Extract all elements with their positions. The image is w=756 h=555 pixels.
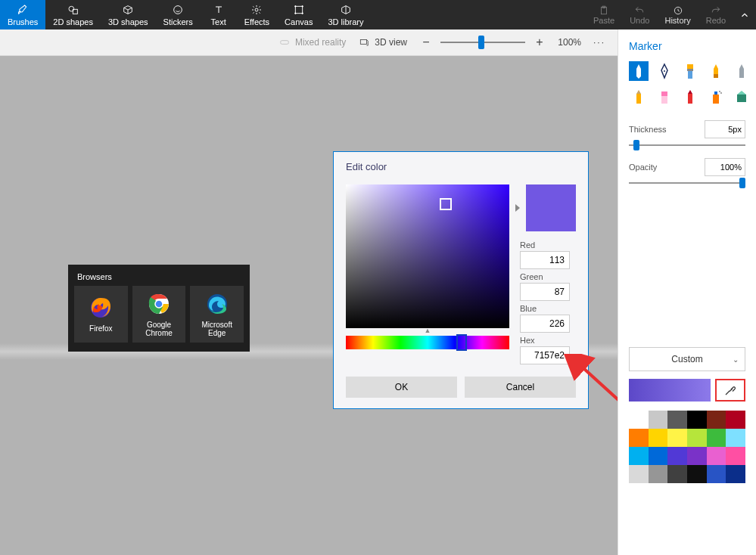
color-swatch[interactable] [649,447,668,465]
zoom-thumb[interactable] [478,36,484,49]
sv-cursor[interactable] [440,198,452,210]
app-firefox[interactable]: Firefox [74,286,128,343]
mixed-reality-button[interactable]: Mixed reality [278,37,346,48]
material-select[interactable]: Custom ⌄ [629,347,745,371]
tool-calligraphy-pen[interactable] [655,61,674,81]
tool-marker[interactable] [629,61,649,81]
thickness-label: Thickness [629,125,667,134]
panel-title: Marker [629,40,745,52]
tool-fill[interactable] [732,87,751,107]
tool-crayon[interactable] [680,87,700,107]
color-swatch[interactable] [726,411,745,429]
opacity-thumb[interactable] [739,178,745,188]
color-preview [526,184,576,231]
3d-view-button[interactable]: 3D view [358,37,407,48]
color-swatch[interactable] [687,447,707,465]
opacity-input[interactable] [705,158,745,176]
collapse-panel-button[interactable] [733,0,756,29]
svg-rect-22 [661,91,667,96]
history-button[interactable]: History [657,0,698,29]
color-swatch[interactable] [707,429,726,447]
tab-3d-shapes[interactable]: 3D shapes [101,0,156,29]
app-chrome[interactable]: Google Chrome [132,286,186,343]
ok-button[interactable]: OK [346,377,457,398]
app-edge[interactable]: Microsoft Edge [190,286,244,343]
zoom-slider[interactable] [440,42,525,43]
green-input[interactable] [520,283,570,301]
thickness-thumb[interactable] [633,140,639,150]
thickness-input[interactable] [705,120,745,138]
tool-pencil[interactable] [629,87,649,107]
hue-slider[interactable] [346,336,509,349]
color-swatch[interactable] [667,411,687,429]
paste-button[interactable]: Paste [586,0,622,29]
color-swatch[interactable] [667,447,687,465]
hex-input[interactable] [520,346,570,364]
tab-effects[interactable]: Effects [237,0,277,29]
undo-button[interactable]: Undo [622,0,657,29]
tool-pixel-pen[interactable] [732,61,751,81]
firefox-icon [89,296,113,320]
gray-palette [629,465,745,483]
tab-brushes[interactable]: Brushes [0,0,45,29]
svg-point-2 [174,5,182,14]
eyedropper-button[interactable] [715,379,745,402]
opacity-label: Opacity [629,163,657,172]
color-swatch[interactable] [649,465,668,483]
tool-eraser[interactable] [655,87,674,107]
app-label: Firefox [89,324,113,333]
color-swatch[interactable] [649,429,668,447]
zoom-out-button[interactable]: − [419,36,433,49]
tab-label: Stickers [163,17,193,26]
color-swatch[interactable] [629,429,649,447]
text-icon [212,4,226,16]
cancel-button[interactable]: Cancel [465,377,576,398]
svg-point-16 [664,70,665,72]
opacity-slider[interactable] [629,182,745,184]
history-icon [672,5,684,16]
tool-watercolor[interactable] [706,61,726,81]
undo-icon [633,5,646,16]
redo-button[interactable]: Redo [698,0,733,29]
color-swatch[interactable] [726,465,745,483]
color-swatch[interactable] [629,465,649,483]
tab-text[interactable]: Text [201,0,237,29]
shapes3d-icon [121,4,135,16]
red-input[interactable] [520,251,570,269]
tool-oil-brush[interactable] [680,61,700,81]
zoom-percent: 100% [554,37,581,48]
svg-rect-18 [687,69,693,71]
svg-rect-9 [361,40,367,45]
thickness-slider[interactable] [629,144,745,146]
saturation-value-picker[interactable] [346,184,509,328]
color-swatch[interactable] [687,429,707,447]
tool-spray-can[interactable] [706,87,726,107]
tab-stickers[interactable]: Stickers [156,0,201,29]
svg-rect-23 [661,96,667,104]
color-swatch[interactable] [707,465,726,483]
tab-3d-library[interactable]: 3D library [320,0,371,29]
color-swatch[interactable] [707,411,726,429]
hue-cursor[interactable] [456,334,467,351]
effects-icon [250,4,263,16]
color-swatch[interactable] [629,447,649,465]
zoom-control: − + 100% [419,36,581,49]
edge-icon [205,292,229,316]
color-swatch[interactable] [726,447,745,465]
current-color-preview[interactable] [629,379,711,402]
color-swatch[interactable] [687,465,707,483]
svg-point-27 [719,91,720,92]
library3d-icon [339,4,353,16]
tab-canvas[interactable]: Canvas [277,0,320,29]
color-swatch[interactable] [649,411,668,429]
color-swatch[interactable] [629,411,649,429]
tab-2d-shapes[interactable]: 2D shapes [45,0,101,29]
more-button[interactable]: ··· [593,37,605,48]
zoom-in-button[interactable]: + [533,36,546,49]
color-swatch[interactable] [667,429,687,447]
color-swatch[interactable] [687,411,707,429]
color-swatch[interactable] [726,429,745,447]
color-swatch[interactable] [707,447,726,465]
blue-input[interactable] [520,315,570,333]
color-swatch[interactable] [667,465,687,483]
